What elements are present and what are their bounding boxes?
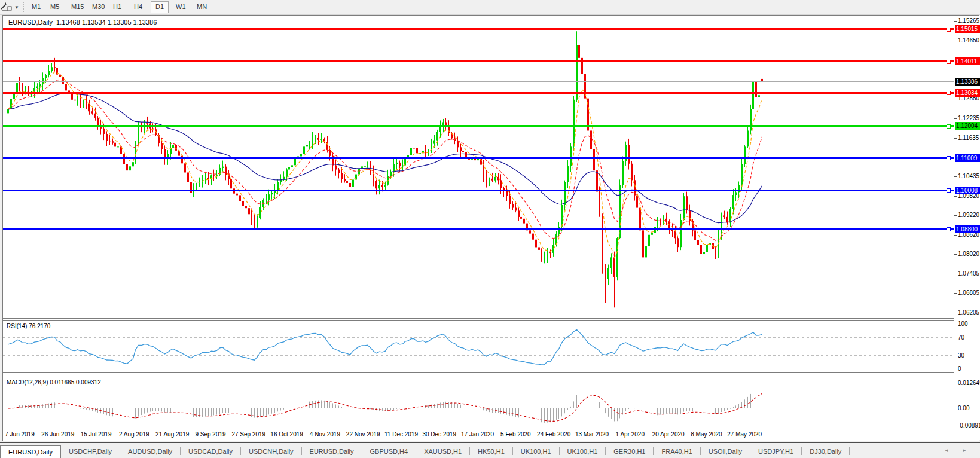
horizontal-line-resistance-1.14011[interactable]: [3, 60, 954, 62]
date-axis-label: 24 Feb 2020: [537, 431, 570, 438]
timeframe-button-h1[interactable]: H1: [109, 1, 126, 12]
rsi-canvas[interactable]: [3, 321, 952, 372]
macd-panel[interactable]: MACD(12,26,9) 0.011665 0.009312: [3, 377, 954, 428]
chart-tab-usdjpy-h1-14[interactable]: USDJPY,H1: [750, 445, 801, 457]
line-handle[interactable]: [947, 124, 951, 129]
date-axis-label: 4 Nov 2019: [310, 431, 340, 438]
horizontal-line-support-1.10008[interactable]: [3, 190, 954, 191]
mt4-terminal: ▼ M1M5M15M30H1H4D1W1MN EURUSD,Daily 1.13…: [0, 0, 980, 458]
chart-symbol: EURUSD,Daily: [8, 19, 53, 26]
date-axis-label: 21 Aug 2019: [155, 431, 189, 438]
chart-tab-usdcnh-daily-4[interactable]: USDCNH,Daily: [241, 445, 301, 457]
date-axis-label: 15 Jul 2019: [81, 431, 112, 438]
rsi-line: [8, 329, 762, 365]
chart-tab-hk50-h1-8[interactable]: HK50,H1: [470, 445, 512, 457]
line-handle[interactable]: [947, 28, 951, 32]
macd-axis-tick: -0.00891: [958, 422, 980, 429]
date-axis-label: 11 Dec 2019: [384, 431, 418, 438]
chart-tab-usdcad-daily-3[interactable]: USDCAD,Daily: [181, 445, 240, 457]
price-axis-tick: 1.07405: [958, 270, 979, 277]
price-tag-1.10008: 1.10008: [955, 187, 980, 194]
date-axis-label: 9 Sep 2019: [195, 431, 225, 438]
tab-divider: [849, 447, 850, 455]
price-axis-tick: 1.09220: [958, 212, 979, 218]
timeframe-button-w1[interactable]: W1: [172, 1, 190, 12]
rsi-axis-tick: 30: [958, 352, 964, 359]
rsi-panel[interactable]: RSI(14) 76.2170: [3, 320, 954, 373]
chart-tab-xauusd-h1-7[interactable]: XAUUSD,H1: [416, 445, 469, 457]
chart-tab-dj30-daily-15[interactable]: DJ30,Daily: [802, 445, 849, 457]
chart-line-tool-icon[interactable]: [1, 2, 13, 12]
chart-tab-uk100-h1-9[interactable]: UK100,H1: [513, 445, 559, 457]
chart-tab-eurusd-daily-0[interactable]: EURUSD,Daily: [0, 445, 61, 458]
date-axis-label: 27 May 2020: [727, 431, 762, 438]
chart-tab-usoil-daily-13[interactable]: USOil,Daily: [701, 445, 750, 457]
tab-scroll-arrows[interactable]: ◄ ►: [944, 448, 973, 453]
line-handle[interactable]: [947, 60, 951, 64]
price-axis-tick: 1.06205: [958, 309, 979, 316]
date-axis-label: 8 May 2020: [691, 431, 722, 438]
date-axis-label: 20 Apr 2020: [652, 431, 685, 438]
date-axis-label: 2 Aug 2019: [119, 431, 149, 438]
price-axis-tick: 1.10435: [958, 173, 979, 179]
line-handle[interactable]: [947, 227, 951, 231]
line-handle[interactable]: [947, 188, 951, 193]
tick-mark: [954, 254, 957, 255]
macd-axis-tick: 0.012645: [958, 380, 980, 386]
timeframe-button-m1[interactable]: M1: [28, 1, 45, 12]
date-axis[interactable]: 7 Jun 201926 Jun 201915 Jul 20192 Aug 20…: [3, 429, 954, 441]
tick-mark: [954, 118, 957, 119]
tick-mark: [954, 21, 957, 22]
top-toolbar: ▼ M1M5M15M30H1H4D1W1MN: [0, 0, 980, 15]
tick-mark: [954, 196, 957, 197]
tick-mark: [954, 215, 957, 216]
date-axis-label: 16 Oct 2019: [270, 431, 303, 438]
timeframe-button-h4[interactable]: H4: [130, 1, 146, 12]
current-price-tag: 1.13386: [955, 78, 980, 86]
date-axis-label: 22 Nov 2019: [346, 431, 380, 438]
toolbar-grip: [23, 2, 26, 12]
price-tag-1.15015: 1.15015: [955, 25, 980, 33]
chart-tab-audusd-daily-2[interactable]: AUDUSD,Daily: [120, 445, 180, 457]
price-tag-1.12004: 1.12004: [955, 122, 980, 130]
tick-mark: [954, 99, 957, 99]
tick-mark: [954, 235, 957, 236]
chart-tab-usdchf-daily-1[interactable]: USDCHF,Daily: [61, 445, 120, 457]
dropdown-caret-icon[interactable]: ▼: [14, 5, 19, 10]
price-axis-tick: 1.06805: [958, 289, 979, 296]
price-axis-tick: 1.14650: [958, 37, 979, 44]
line-handle[interactable]: [947, 91, 951, 95]
chart-tab-fra40-h1-12[interactable]: FRA40,H1: [654, 445, 700, 457]
chart-tab-gbpusd-h4-6[interactable]: GBPUSD,H4: [362, 445, 416, 457]
horizontal-line-resistance-1.15015[interactable]: [3, 28, 954, 30]
chart-ohlc-values: 1.13468 1.13534 1.13305 1.13386: [56, 19, 157, 26]
price-tag-1.14011: 1.14011: [955, 57, 980, 65]
price-axis-tick: 1.15265: [958, 17, 979, 24]
macd-canvas[interactable]: [3, 377, 952, 427]
price-tag-1.11009: 1.11009: [955, 154, 980, 162]
rsi-axis-tick: 100: [958, 320, 968, 327]
tick-mark: [954, 313, 957, 313]
price-axis[interactable]: 1.152651.146501.128501.122351.116351.104…: [954, 16, 980, 440]
timeframe-button-m15[interactable]: M15: [67, 1, 88, 12]
tick-mark: [954, 274, 957, 274]
horizontal-line-resistance-1.13034[interactable]: [3, 92, 954, 94]
date-axis-label: 13 Mar 2020: [575, 431, 609, 438]
timeframe-button-m30[interactable]: M30: [88, 1, 109, 12]
date-axis-label: 27 Sep 2019: [231, 431, 265, 438]
chart-tab-eurusd-daily-5[interactable]: EURUSD,Daily: [302, 445, 362, 457]
tick-mark: [954, 176, 957, 177]
timeframe-button-mn[interactable]: MN: [193, 1, 211, 12]
horizontal-line-support-1.11009[interactable]: [3, 157, 954, 159]
horizontal-line-support-1.08800[interactable]: [3, 228, 954, 230]
timeframe-button-d1[interactable]: D1: [151, 1, 169, 13]
tick-mark: [954, 138, 957, 139]
horizontal-line-pivot-1.12004[interactable]: [3, 125, 954, 127]
line-handle[interactable]: [947, 156, 951, 160]
date-axis-label: 5 Feb 2020: [500, 431, 531, 438]
timeframe-button-m5[interactable]: M5: [46, 1, 63, 12]
chart-window: EURUSD,Daily 1.13468 1.13534 1.13305 1.1…: [2, 15, 979, 441]
current-price-line: [3, 81, 954, 82]
chart-tab-ger30-h1-11[interactable]: GER30,H1: [606, 445, 653, 457]
chart-tab-uk100-h1-10[interactable]: UK100,H1: [560, 445, 606, 457]
